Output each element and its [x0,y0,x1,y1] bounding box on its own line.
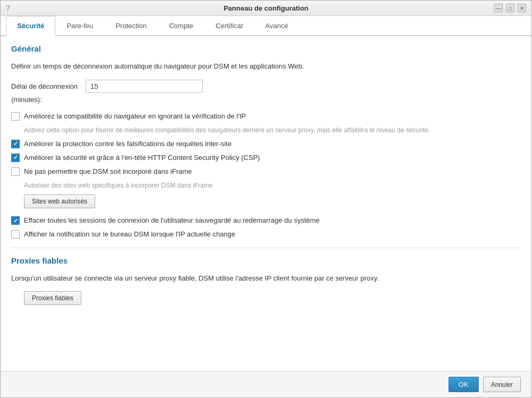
checkbox1-row: Améliorez la compatibilité du navigateur… [11,112,521,121]
timeout-input[interactable] [86,80,203,93]
tab-compte[interactable]: Compte [158,16,205,36]
tab-certificat[interactable]: Certificat [204,16,254,36]
checkbox2-row: Améliorer la protection contre les falsi… [11,139,521,149]
ok-button[interactable]: OK [448,377,479,392]
tab-securite[interactable]: Sécurité [6,16,55,36]
checkbox6-row: Afficher la notification sur le bureau D… [11,230,521,239]
proxies-description: Lorsqu'un utilisateur se connecte via un… [11,273,521,284]
section-divider [11,248,521,248]
proxies-title: Proxies fiables [11,256,521,268]
sites-web-autorises-button[interactable]: Sites web autorisés [24,194,95,208]
checkbox1-label: Améliorez la compatibilité du navigateur… [24,112,246,121]
tab-avance[interactable]: Avancé [254,16,300,36]
help-icon[interactable]: ? [6,4,10,12]
close-button[interactable]: ✕ [518,4,526,12]
title-bar: ? Panneau de configuration — □ ✕ [1,1,531,16]
checkbox4-row: Ne pas permettre que DSM soit incorporé … [11,167,521,176]
checkbox4-hint: Autoriser des sites web spécifiques à in… [24,181,521,190]
title-bar-left: ? [6,4,38,12]
checkbox3-row: Améliorer la sécurité et grâce à l'en-tê… [11,153,521,163]
checkbox4-label: Ne pas permettre que DSM soit incorporé … [24,167,192,176]
checkbox2[interactable] [11,140,20,148]
timeout-sublabel: (minutes): [11,96,521,104]
tab-bar: Sécurité Pare-feu Protection Compte Cert… [1,16,531,36]
maximize-button[interactable]: □ [506,4,514,12]
timeout-label: Délai de déconnexion [11,82,78,90]
bottom-bar: OK Annuler [1,371,531,397]
checkbox4[interactable] [11,167,20,176]
checkbox5-label: Effacer toutes les sessions de connexion… [24,216,320,225]
checkbox6[interactable] [11,230,20,239]
general-title: Général [11,44,521,56]
tab-protection[interactable]: Protection [104,16,158,36]
title-bar-controls: — □ ✕ [494,4,526,12]
checkbox1-hint: Activez cette option pour fournir de mei… [24,125,521,135]
tab-pare-feu[interactable]: Pare-feu [55,16,104,36]
checkbox1[interactable] [11,112,20,121]
checkbox5[interactable] [11,216,20,225]
general-section: Général Définir un temps de déconnexion … [11,44,521,240]
proxies-fiables-button[interactable]: Proxies fiables [24,291,81,305]
general-description: Définir un temps de déconnexion automati… [11,61,521,72]
minimize-button[interactable]: — [494,4,503,12]
window-title: Panneau de configuration [38,4,494,12]
main-window: ? Panneau de configuration — □ ✕ Sécurit… [0,0,532,398]
timeout-row: Délai de déconnexion [11,80,521,93]
main-content: Général Définir un temps de déconnexion … [1,36,531,371]
checkbox5-row: Effacer toutes les sessions de connexion… [11,216,521,225]
cancel-button[interactable]: Annuler [483,377,521,392]
proxies-section: Proxies fiables Lorsqu'un utilisateur se… [11,256,521,311]
checkbox2-label: Améliorer la protection contre les falsi… [24,139,231,149]
checkbox3-label: Améliorer la sécurité et grâce à l'en-tê… [24,153,260,163]
checkbox3[interactable] [11,154,20,162]
checkbox6-label: Afficher la notification sur le bureau D… [24,230,235,239]
